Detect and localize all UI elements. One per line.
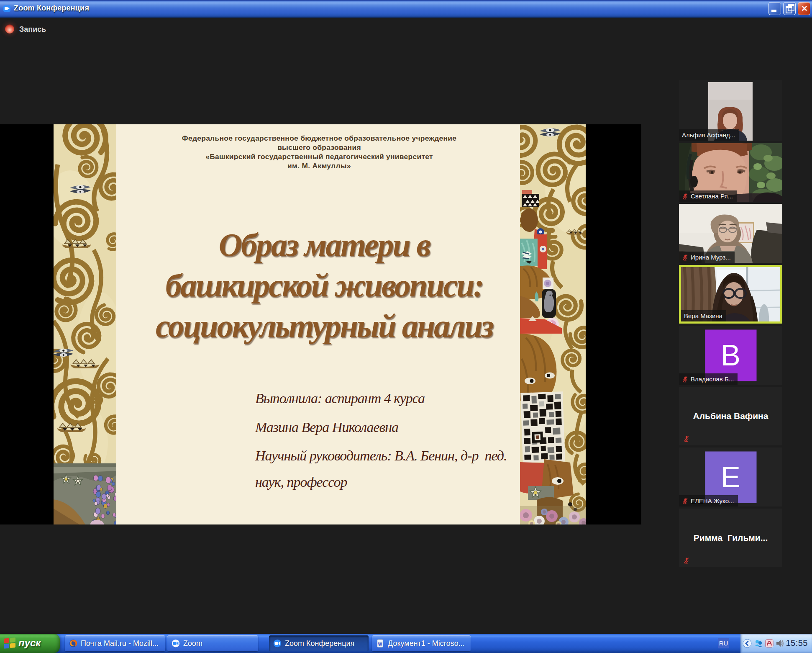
svg-text:W: W: [378, 642, 382, 647]
